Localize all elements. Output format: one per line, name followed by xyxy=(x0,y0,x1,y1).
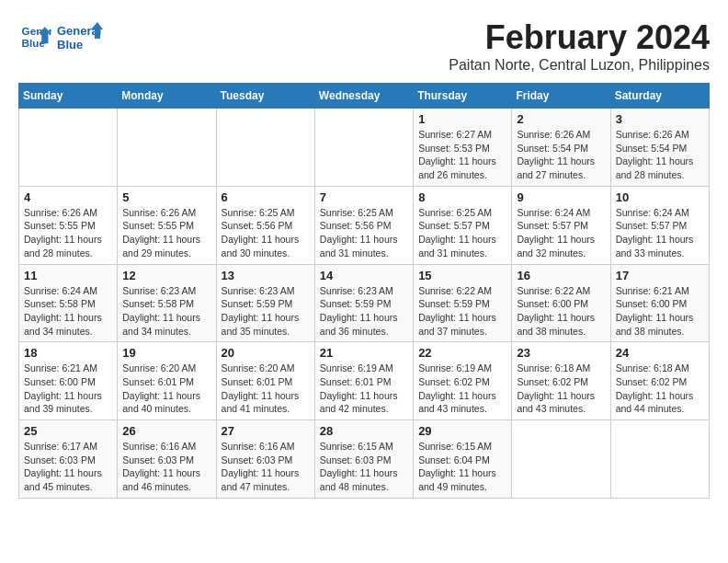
day-info: Sunrise: 6:26 AM Sunset: 5:54 PM Dayligh… xyxy=(517,128,605,182)
day-info: Sunrise: 6:19 AM Sunset: 6:01 PM Dayligh… xyxy=(320,362,408,416)
day-info: Sunrise: 6:25 AM Sunset: 5:57 PM Dayligh… xyxy=(418,206,506,260)
day-number: 15 xyxy=(418,269,506,282)
day-number: 29 xyxy=(418,424,506,438)
day-info: Sunrise: 6:20 AM Sunset: 6:01 PM Dayligh… xyxy=(122,362,210,416)
day-number: 9 xyxy=(517,190,605,204)
calendar-cell: 21Sunrise: 6:19 AM Sunset: 6:01 PM Dayli… xyxy=(314,342,413,420)
calendar-cell: 29Sunrise: 6:15 AM Sunset: 6:04 PM Dayli… xyxy=(414,420,512,499)
calendar-cell: 18Sunrise: 6:21 AM Sunset: 6:00 PM Dayli… xyxy=(19,342,118,420)
day-number: 1 xyxy=(418,112,506,126)
day-info: Sunrise: 6:15 AM Sunset: 6:04 PM Dayligh… xyxy=(418,440,506,494)
day-number: 6 xyxy=(222,190,310,204)
day-info: Sunrise: 6:25 AM Sunset: 5:56 PM Dayligh… xyxy=(222,206,310,260)
calendar-cell: 19Sunrise: 6:20 AM Sunset: 6:01 PM Dayli… xyxy=(118,342,216,420)
day-header-tuesday: Tuesday xyxy=(216,84,314,109)
calendar-week-row: 25Sunrise: 6:17 AM Sunset: 6:03 PM Dayli… xyxy=(19,420,710,499)
day-header-saturday: Saturday xyxy=(610,84,709,109)
day-info: Sunrise: 6:19 AM Sunset: 6:02 PM Dayligh… xyxy=(418,362,506,416)
day-info: Sunrise: 6:23 AM Sunset: 5:59 PM Dayligh… xyxy=(320,284,408,339)
day-number: 2 xyxy=(517,112,605,126)
day-number: 27 xyxy=(222,424,310,438)
calendar-week-row: 4Sunrise: 6:26 AM Sunset: 5:55 PM Daylig… xyxy=(19,186,710,264)
calendar-cell: 7Sunrise: 6:25 AM Sunset: 5:56 PM Daylig… xyxy=(314,186,413,264)
day-number: 19 xyxy=(122,346,210,360)
day-number: 12 xyxy=(122,269,210,282)
calendar-cell: 15Sunrise: 6:22 AM Sunset: 5:59 PM Dayli… xyxy=(414,264,512,342)
calendar-cell: 16Sunrise: 6:22 AM Sunset: 6:00 PM Dayli… xyxy=(512,264,610,342)
calendar-cell: 26Sunrise: 6:16 AM Sunset: 6:03 PM Dayli… xyxy=(118,420,216,499)
logo-icon: General Blue xyxy=(18,20,51,53)
day-info: Sunrise: 6:23 AM Sunset: 5:58 PM Dayligh… xyxy=(122,284,210,339)
calendar-cell: 2Sunrise: 6:26 AM Sunset: 5:54 PM Daylig… xyxy=(512,109,610,187)
day-info: Sunrise: 6:24 AM Sunset: 5:58 PM Dayligh… xyxy=(24,284,112,339)
day-info: Sunrise: 6:22 AM Sunset: 6:00 PM Dayligh… xyxy=(517,284,605,339)
day-info: Sunrise: 6:15 AM Sunset: 6:03 PM Dayligh… xyxy=(320,440,408,494)
day-number: 5 xyxy=(122,190,210,204)
day-header-wednesday: Wednesday xyxy=(314,84,413,109)
calendar-cell xyxy=(118,109,216,187)
day-info: Sunrise: 6:18 AM Sunset: 6:02 PM Dayligh… xyxy=(517,362,605,416)
day-number: 17 xyxy=(616,269,704,282)
calendar-cell xyxy=(216,109,314,187)
calendar-cell: 23Sunrise: 6:18 AM Sunset: 6:02 PM Dayli… xyxy=(512,342,610,420)
day-info: Sunrise: 6:16 AM Sunset: 6:03 PM Dayligh… xyxy=(222,440,310,494)
calendar-cell: 25Sunrise: 6:17 AM Sunset: 6:03 PM Dayli… xyxy=(19,420,118,499)
calendar-week-row: 1Sunrise: 6:27 AM Sunset: 5:53 PM Daylig… xyxy=(19,109,710,187)
calendar-cell: 12Sunrise: 6:23 AM Sunset: 5:58 PM Dayli… xyxy=(118,264,216,342)
title-area: February 2024 Paitan Norte, Central Luzo… xyxy=(449,18,710,74)
calendar-cell: 3Sunrise: 6:26 AM Sunset: 5:54 PM Daylig… xyxy=(610,109,709,187)
calendar-cell: 4Sunrise: 6:26 AM Sunset: 5:55 PM Daylig… xyxy=(19,186,118,264)
day-number: 26 xyxy=(122,424,210,438)
day-number: 25 xyxy=(24,424,112,438)
calendar-cell: 20Sunrise: 6:20 AM Sunset: 6:01 PM Dayli… xyxy=(216,342,314,420)
day-number: 22 xyxy=(418,346,506,360)
calendar-cell: 13Sunrise: 6:23 AM Sunset: 5:59 PM Dayli… xyxy=(216,264,314,342)
day-header-monday: Monday xyxy=(118,84,216,109)
day-header-sunday: Sunday xyxy=(19,84,118,109)
day-number: 14 xyxy=(320,269,408,282)
day-number: 18 xyxy=(24,346,112,360)
logo-bird-icon: General Blue xyxy=(57,18,103,55)
day-number: 8 xyxy=(418,190,506,204)
day-info: Sunrise: 6:24 AM Sunset: 5:57 PM Dayligh… xyxy=(517,206,605,260)
day-info: Sunrise: 6:17 AM Sunset: 6:03 PM Dayligh… xyxy=(24,440,112,494)
calendar-cell: 27Sunrise: 6:16 AM Sunset: 6:03 PM Dayli… xyxy=(216,420,314,499)
calendar-header-row: SundayMondayTuesdayWednesdayThursdayFrid… xyxy=(19,84,710,109)
day-number: 7 xyxy=(320,190,408,204)
day-info: Sunrise: 6:20 AM Sunset: 6:01 PM Dayligh… xyxy=(222,362,310,416)
day-number: 11 xyxy=(24,269,112,282)
day-number: 16 xyxy=(517,269,605,282)
calendar-cell: 24Sunrise: 6:18 AM Sunset: 6:02 PM Dayli… xyxy=(610,342,709,420)
day-header-friday: Friday xyxy=(512,84,610,109)
calendar-cell xyxy=(19,109,118,187)
day-number: 21 xyxy=(320,346,408,360)
calendar-cell xyxy=(314,109,413,187)
calendar-table: SundayMondayTuesdayWednesdayThursdayFrid… xyxy=(18,83,710,499)
calendar-cell: 22Sunrise: 6:19 AM Sunset: 6:02 PM Dayli… xyxy=(414,342,512,420)
calendar-cell xyxy=(610,420,709,499)
day-info: Sunrise: 6:21 AM Sunset: 6:00 PM Dayligh… xyxy=(616,284,704,339)
calendar-cell xyxy=(512,420,610,499)
calendar-cell: 17Sunrise: 6:21 AM Sunset: 6:00 PM Dayli… xyxy=(610,264,709,342)
day-info: Sunrise: 6:26 AM Sunset: 5:55 PM Dayligh… xyxy=(24,206,112,260)
main-title: February 2024 xyxy=(449,18,710,57)
day-info: Sunrise: 6:21 AM Sunset: 6:00 PM Dayligh… xyxy=(24,362,112,416)
day-info: Sunrise: 6:23 AM Sunset: 5:59 PM Dayligh… xyxy=(222,284,310,339)
day-info: Sunrise: 6:16 AM Sunset: 6:03 PM Dayligh… xyxy=(122,440,210,494)
day-info: Sunrise: 6:27 AM Sunset: 5:53 PM Dayligh… xyxy=(418,128,506,182)
calendar-cell: 1Sunrise: 6:27 AM Sunset: 5:53 PM Daylig… xyxy=(414,109,512,187)
day-header-thursday: Thursday xyxy=(414,84,512,109)
day-info: Sunrise: 6:22 AM Sunset: 5:59 PM Dayligh… xyxy=(418,284,506,339)
day-number: 10 xyxy=(616,190,704,204)
calendar-cell: 14Sunrise: 6:23 AM Sunset: 5:59 PM Dayli… xyxy=(314,264,413,342)
header: General Blue General Blue General Blue F… xyxy=(18,18,710,74)
day-info: Sunrise: 6:18 AM Sunset: 6:02 PM Dayligh… xyxy=(616,362,704,416)
subtitle: Paitan Norte, Central Luzon, Philippines xyxy=(449,57,710,74)
calendar-cell: 11Sunrise: 6:24 AM Sunset: 5:58 PM Dayli… xyxy=(19,264,118,342)
calendar-cell: 6Sunrise: 6:25 AM Sunset: 5:56 PM Daylig… xyxy=(216,186,314,264)
calendar-cell: 9Sunrise: 6:24 AM Sunset: 5:57 PM Daylig… xyxy=(512,186,610,264)
day-number: 20 xyxy=(222,346,310,360)
svg-text:Blue: Blue xyxy=(57,38,83,52)
calendar-cell: 28Sunrise: 6:15 AM Sunset: 6:03 PM Dayli… xyxy=(314,420,413,499)
day-number: 13 xyxy=(222,269,310,282)
